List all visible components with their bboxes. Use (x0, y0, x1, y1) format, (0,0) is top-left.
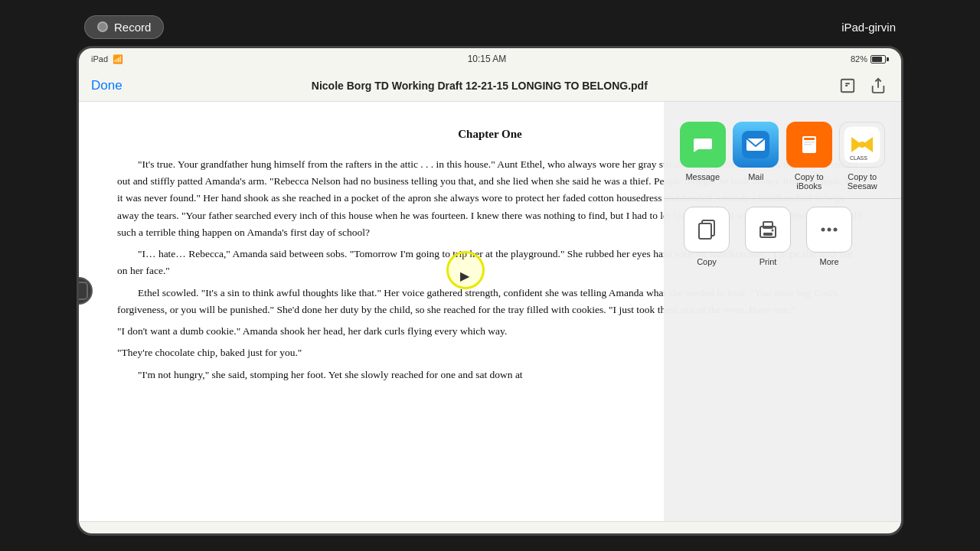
side-button[interactable] (903, 255, 903, 278)
record-label: Record (114, 21, 151, 34)
share-item-ibooks[interactable]: Copy to iBooks (782, 122, 836, 191)
nav-upload-icon[interactable] (837, 75, 858, 96)
svg-text:CLASS: CLASS (850, 155, 867, 161)
share-item-mail[interactable]: Mail (730, 122, 783, 191)
status-time: 10:15 AM (468, 54, 507, 64)
svg-rect-21 (763, 233, 773, 236)
mail-icon (733, 122, 779, 168)
share-apps-row: Message Mail (664, 114, 901, 199)
device-name-label: iPad-girvin (841, 21, 896, 34)
ipad-nav-bar: Done Nicole Borg TD Working Draft 12-21-… (79, 70, 901, 102)
ibooks-label: Copy to iBooks (782, 172, 836, 191)
home-button[interactable] (77, 277, 93, 305)
share-item-seesaw[interactable]: CLASS Copy to Seesaw (836, 122, 890, 191)
record-button[interactable]: Record (84, 15, 164, 39)
svg-point-15 (859, 142, 865, 148)
svg-point-25 (834, 228, 838, 232)
share-sheet: Message Mail (664, 102, 901, 521)
copy-icon (684, 207, 730, 253)
svg-point-22 (772, 230, 774, 232)
mac-top-bar: Record iPad-girvin (69, 8, 911, 46)
done-button[interactable]: Done (91, 78, 122, 93)
nav-share-icon[interactable] (867, 75, 889, 96)
battery-percent: 82% (851, 54, 867, 64)
battery-icon (871, 55, 889, 64)
action-item-more[interactable]: More (799, 207, 860, 266)
share-actions-row: Copy Print (664, 199, 901, 274)
ibooks-icon (786, 122, 832, 168)
screen-container: Record iPad-girvin iPad 📶 10:15 AM (69, 8, 911, 543)
seesaw-label: Copy to Seesaw (836, 172, 890, 191)
record-dot (97, 21, 108, 32)
copy-label: Copy (697, 257, 717, 266)
wifi-label: 📶 (113, 54, 123, 64)
message-label: Message (685, 172, 720, 181)
ipad-content: ▶ Chapter One "It's true. Your grandfath… (79, 102, 901, 521)
svg-rect-18 (699, 223, 711, 239)
share-item-message[interactable]: Message (676, 122, 730, 191)
ipad-frame: iPad 📶 10:15 AM 82% Done (77, 46, 903, 536)
ipad-status-bar: iPad 📶 10:15 AM 82% (79, 48, 901, 70)
svg-rect-11 (804, 144, 812, 145)
svg-point-24 (828, 228, 831, 232)
status-right: 82% (851, 54, 889, 64)
action-item-copy[interactable]: Copy (676, 207, 737, 266)
print-icon (745, 207, 791, 253)
svg-rect-10 (804, 142, 815, 143)
action-item-print[interactable]: Print (737, 207, 799, 266)
svg-rect-9 (804, 138, 815, 140)
ipad-bottom-bar (79, 521, 901, 533)
message-icon (680, 122, 726, 168)
mail-label: Mail (748, 172, 763, 181)
carrier-label: iPad (91, 54, 108, 64)
more-label: More (819, 257, 838, 266)
nav-icons (837, 75, 889, 96)
svg-point-23 (822, 228, 825, 232)
print-label: Print (760, 257, 777, 266)
seesaw-icon: CLASS (839, 122, 885, 168)
nav-title: Nicole Borg TD Working Draft 12-21-15 LO… (122, 80, 837, 92)
more-icon (806, 207, 852, 253)
cursor-pointer: ▶ (460, 269, 469, 283)
status-left: iPad 📶 (91, 54, 123, 64)
